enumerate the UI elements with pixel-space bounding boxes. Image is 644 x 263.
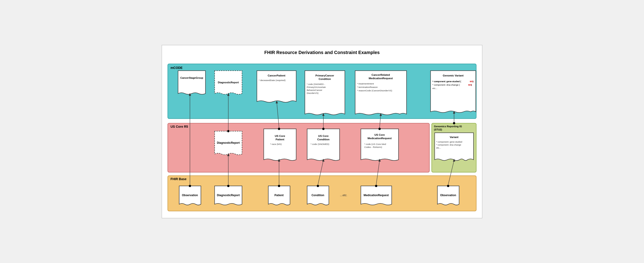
fhir-observation1-group: Observation bbox=[179, 186, 201, 205]
fhir-patient-group: Patient bbox=[268, 186, 290, 205]
svg-text:etc...: etc... bbox=[432, 87, 438, 89]
mcode-primarycancer-group: PrimaryCancer Condition * code (SNOMED -… bbox=[305, 70, 345, 115]
uscore-condition-group: US Core Condition * code (SNOMED) bbox=[307, 129, 340, 160]
uscore-patient-group: US Core Patient * race (MS) bbox=[264, 129, 296, 160]
svg-text:* terminationReason: * terminationReason bbox=[357, 86, 378, 88]
arrow-dot-patient bbox=[278, 185, 280, 187]
svg-text:Condition: Condition bbox=[312, 194, 324, 197]
svg-text:* code (US Core Med: * code (US Core Med bbox=[364, 143, 386, 145]
genomicsig-variant-group: Variant * component: gene-studied * comp… bbox=[435, 133, 474, 160]
fhirbase-label: FHIR Base bbox=[170, 177, 186, 181]
svg-text:US Core: US Core bbox=[318, 135, 328, 137]
uscore-medicationrequest-group: US Core MedicationRequest * code (US Cor… bbox=[361, 129, 399, 160]
svg-text:CancerRelated: CancerRelated bbox=[372, 73, 390, 76]
svg-text:Condition: Condition bbox=[318, 77, 331, 80]
mcode-label: mCODE bbox=[170, 66, 183, 69]
svg-text:MedicationRequest: MedicationRequest bbox=[364, 194, 389, 197]
svg-text:US Core: US Core bbox=[275, 135, 285, 137]
svg-text:DisorderVS): DisorderVS) bbox=[307, 92, 318, 94]
fhir-etc-text: ...etc. bbox=[340, 193, 348, 197]
svg-text:CancerPatient: CancerPatient bbox=[268, 74, 285, 77]
svg-text:Patient: Patient bbox=[274, 194, 284, 197]
svg-text:* component: gene-studied: * component: gene-studied bbox=[436, 140, 462, 143]
svg-text:): ) bbox=[471, 83, 472, 86]
fhir-observation2-group: Observation bbox=[438, 186, 459, 205]
svg-text:Condition: Condition bbox=[317, 138, 329, 141]
svg-text:CancerStageGroup: CancerStageGroup bbox=[180, 76, 203, 79]
svg-text:DiagnosticReport: DiagnosticReport bbox=[218, 81, 239, 84]
svg-text:DiagnosticReport: DiagnosticReport bbox=[217, 194, 240, 197]
svg-text:BehaviorCancer: BehaviorCancer bbox=[307, 89, 322, 91]
svg-text:Variant: Variant bbox=[450, 136, 458, 138]
arrow-dot-obs2-2 bbox=[453, 122, 455, 124]
arrow-dot-obs2 bbox=[447, 185, 449, 187]
arrow-dot-medrq bbox=[375, 185, 377, 187]
mcode-diagnosticreport-group: DiagnosticReport bbox=[214, 70, 242, 94]
mcode-cancerstagegroup-group: CancerStageGroup bbox=[178, 70, 206, 94]
arrow-dot-dr2 bbox=[227, 130, 230, 132]
svg-text:* deceasedDate (required): * deceasedDate (required) bbox=[259, 79, 286, 81]
arrow-dot-patient2 bbox=[278, 128, 280, 130]
svg-text:Observation: Observation bbox=[440, 194, 456, 197]
fhir-medicationrequest-group: MedicationRequest bbox=[361, 186, 392, 205]
arrow-dot-obs1 bbox=[189, 185, 191, 187]
svg-text:* treatmentIntent: * treatmentIntent bbox=[357, 82, 374, 85]
arrow-dot-medrq2 bbox=[378, 128, 381, 130]
svg-text:Genomic Variant: Genomic Variant bbox=[443, 74, 464, 77]
svg-text:etc...: etc... bbox=[436, 146, 441, 149]
diagram-container: FHIR Resource Derivations and Constraint… bbox=[162, 45, 482, 218]
mcode-cancerrelated-group: CancerRelated MedicationRequest * treatm… bbox=[355, 70, 406, 115]
uscore-label: US Core R5 bbox=[170, 125, 188, 128]
svg-text:* reasonCode (CancerDisorderVS: * reasonCode (CancerDisorderVS) bbox=[357, 89, 392, 92]
fhir-condition-group: Condition bbox=[307, 186, 329, 205]
svg-text:* code (SNOMED): * code (SNOMED) bbox=[310, 143, 329, 145]
arrow-dot-condition bbox=[317, 185, 319, 187]
arrow-dot-dr bbox=[227, 185, 230, 187]
main-diagram-svg: FHIR Base Observation DiagnosticReport P… bbox=[166, 59, 478, 215]
svg-text:Observation: Observation bbox=[182, 194, 198, 197]
svg-text:* code (SNOMED -: * code (SNOMED - bbox=[307, 83, 325, 85]
svg-text:Codes - RxNorm): Codes - RxNorm) bbox=[364, 146, 382, 148]
arrow-dot-condition2 bbox=[322, 128, 324, 130]
svg-text:DiagnosticReport: DiagnosticReport bbox=[217, 141, 240, 144]
svg-text:MedicationRequest: MedicationRequest bbox=[369, 77, 393, 79]
svg-text:Genomics Reporting IG: Genomics Reporting IG bbox=[434, 125, 462, 128]
mcode-cancerpatient-group: CancerPatient * deceasedDate (required) bbox=[257, 70, 296, 102]
svg-text:PrimaryOrUncertain: PrimaryOrUncertain bbox=[307, 86, 326, 88]
uscore-diagnosticreport-group: DiagnosticReport bbox=[214, 131, 242, 155]
svg-text:* component: dna-change: * component: dna-change bbox=[436, 143, 461, 146]
svg-text:Patient: Patient bbox=[276, 138, 284, 141]
svg-text:US Core: US Core bbox=[374, 133, 385, 136]
svg-text:* race (MS): * race (MS) bbox=[270, 143, 282, 145]
fhir-diagnosticreport-group: DiagnosticReport bbox=[214, 186, 242, 205]
svg-text:* component: gene-studied (: * component: gene-studied ( bbox=[432, 80, 461, 82]
svg-text:MedicationRequest: MedicationRequest bbox=[368, 137, 392, 139]
mcode-genomicvariant-group: Genomic Variant * component: gene-studie… bbox=[431, 70, 476, 112]
svg-text:): ) bbox=[473, 80, 474, 82]
diagram-title: FHIR Resource Derivations and Constraint… bbox=[166, 50, 478, 55]
svg-text:(STU2): (STU2) bbox=[434, 128, 442, 131]
svg-text:PrimaryCancer: PrimaryCancer bbox=[315, 74, 334, 77]
svg-text:* component: dna-change (: * component: dna-change ( bbox=[432, 83, 460, 86]
